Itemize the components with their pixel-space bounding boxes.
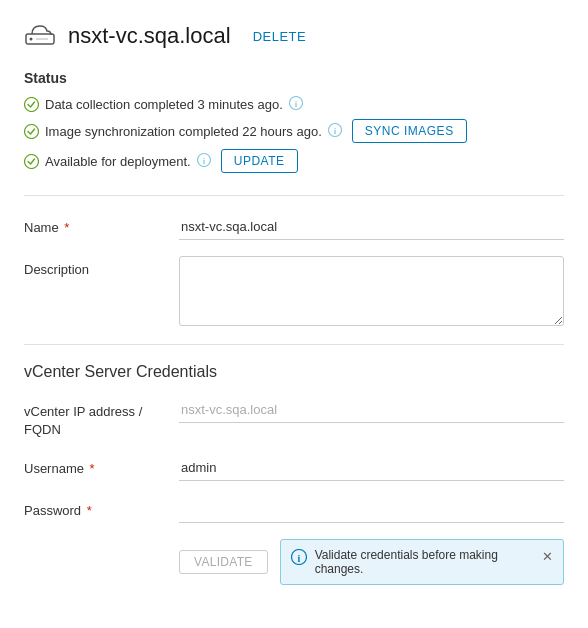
required-mark-username: * [86, 461, 95, 476]
description-label: Description [24, 256, 179, 277]
name-label: Name * [24, 214, 179, 235]
update-button[interactable]: UPDATE [221, 149, 298, 173]
status-text-2: Image synchronization completed 22 hours… [45, 124, 322, 139]
svg-text:i: i [294, 99, 297, 109]
check-circle-icon-1 [24, 97, 39, 112]
section-divider-2 [24, 344, 564, 345]
description-form-group: Description [24, 256, 564, 326]
validate-row: VALIDATE i Validate credentials before m… [24, 539, 564, 585]
status-item-deployment: Available for deployment. i UPDATE [24, 149, 564, 173]
description-textarea[interactable] [179, 256, 564, 326]
ip-label: vCenter IP address / FQDN [24, 397, 179, 439]
info-icon-1[interactable]: i [289, 96, 303, 113]
svg-point-6 [25, 124, 39, 138]
info-banner-icon: i [291, 549, 307, 568]
info-icon-3[interactable]: i [197, 153, 211, 170]
status-text-3: Available for deployment. [45, 154, 191, 169]
svg-point-3 [25, 98, 39, 112]
credentials-section: vCenter Server Credentials vCenter IP ad… [24, 363, 564, 523]
status-text-1: Data collection completed 3 minutes ago. [45, 97, 283, 112]
info-icon-2[interactable]: i [328, 123, 342, 140]
status-item-data-collection: Data collection completed 3 minutes ago.… [24, 96, 564, 113]
sync-images-button[interactable]: SYNC IMAGES [352, 119, 467, 143]
ip-form-group: vCenter IP address / FQDN [24, 397, 564, 439]
username-form-group: Username * [24, 455, 564, 481]
server-cloud-icon [24, 20, 56, 52]
svg-text:i: i [202, 156, 205, 166]
page-header: nsxt-vc.sqa.local DELETE [24, 20, 564, 52]
validate-button[interactable]: VALIDATE [179, 550, 268, 574]
password-label: Password * [24, 497, 179, 518]
username-label: Username * [24, 455, 179, 476]
section-divider-1 [24, 195, 564, 196]
svg-point-9 [25, 154, 39, 168]
name-input[interactable] [179, 214, 564, 240]
validate-info-text: Validate credentials before making chang… [315, 548, 534, 576]
check-circle-icon-3 [24, 154, 39, 169]
status-item-image-sync: Image synchronization completed 22 hours… [24, 119, 564, 143]
svg-text:i: i [334, 126, 337, 136]
close-icon[interactable]: ✕ [542, 549, 553, 564]
check-circle-icon-2 [24, 124, 39, 139]
svg-text:i: i [297, 553, 300, 564]
ip-input[interactable] [179, 397, 564, 423]
status-label: Status [24, 70, 564, 86]
svg-point-1 [30, 38, 33, 41]
status-list: Data collection completed 3 minutes ago.… [24, 96, 564, 173]
credentials-section-title: vCenter Server Credentials [24, 363, 564, 381]
name-form-group: Name * [24, 214, 564, 240]
required-mark-password: * [83, 503, 92, 518]
status-section: Status Data collection completed 3 minut… [24, 70, 564, 173]
delete-link[interactable]: DELETE [253, 29, 307, 44]
password-input[interactable] [179, 497, 564, 523]
password-form-group: Password * [24, 497, 564, 523]
validate-info-banner: i Validate credentials before making cha… [280, 539, 564, 585]
page-title: nsxt-vc.sqa.local [68, 23, 231, 49]
required-mark-name: * [61, 220, 70, 235]
username-input[interactable] [179, 455, 564, 481]
